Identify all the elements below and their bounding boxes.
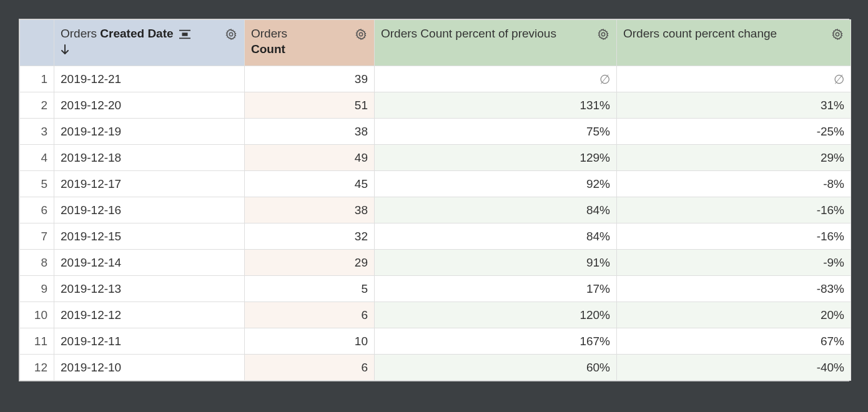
column-header-percent-change[interactable]: Orders count percent change	[617, 20, 851, 66]
gear-icon[interactable]	[224, 27, 238, 41]
header-count-bold: Count	[251, 42, 285, 56]
null-icon: ∅	[599, 72, 610, 86]
cell-percent-of-previous[interactable]: 17%	[375, 276, 617, 302]
table-row: 92019-12-13517%-83%	[20, 276, 851, 302]
gear-icon[interactable]	[596, 27, 610, 41]
row-index: 2	[20, 92, 54, 119]
table-row: 82019-12-142991%-9%	[20, 250, 851, 276]
column-header-created-date[interactable]: Orders Created Date	[54, 20, 245, 66]
column-header-percent-of-previous[interactable]: Orders Count percent of previous	[375, 20, 617, 66]
row-index: 8	[20, 250, 54, 276]
cell-percent-of-previous[interactable]: 131%	[375, 92, 617, 119]
table-row: 72019-12-153284%-16%	[20, 223, 851, 250]
cell-percent-change[interactable]: -16%	[617, 197, 851, 223]
cell-percent-change[interactable]: -83%	[617, 276, 851, 302]
cell-percent-change[interactable]: 20%	[617, 302, 851, 328]
row-index: 11	[20, 328, 54, 355]
data-table: Orders Created Date	[19, 19, 851, 381]
table-row: 42019-12-1849129%29%	[20, 145, 851, 171]
header-date-prefix: Orders	[61, 27, 100, 40]
cell-orders-count[interactable]: 38	[245, 119, 375, 145]
cell-created-date[interactable]: 2019-12-11	[54, 328, 245, 355]
cell-created-date[interactable]: 2019-12-15	[54, 223, 245, 250]
row-index: 7	[20, 223, 54, 250]
cell-percent-of-previous[interactable]: 60%	[375, 355, 617, 381]
cell-created-date[interactable]: 2019-12-10	[54, 355, 245, 381]
cell-created-date[interactable]: 2019-12-12	[54, 302, 245, 328]
cell-orders-count[interactable]: 45	[245, 171, 375, 197]
cell-percent-of-previous[interactable]: 91%	[375, 250, 617, 276]
cell-percent-change[interactable]: ∅	[617, 66, 851, 92]
table-row: 62019-12-163884%-16%	[20, 197, 851, 223]
svg-point-5	[359, 32, 362, 36]
cell-created-date[interactable]: 2019-12-19	[54, 119, 245, 145]
row-index: 12	[20, 355, 54, 381]
table-row: 32019-12-193875%-25%	[20, 119, 851, 145]
null-icon: ∅	[834, 72, 844, 86]
gear-icon[interactable]	[831, 27, 844, 41]
cell-percent-of-previous[interactable]: 84%	[375, 197, 617, 223]
cell-created-date[interactable]: 2019-12-18	[54, 145, 245, 171]
cell-percent-of-previous[interactable]: 75%	[375, 119, 617, 145]
column-header-index[interactable]	[20, 20, 54, 66]
cell-percent-change[interactable]: -25%	[617, 119, 851, 145]
row-index: 3	[20, 119, 54, 145]
row-index: 5	[20, 171, 54, 197]
cell-orders-count[interactable]: 6	[245, 355, 375, 381]
cell-created-date[interactable]: 2019-12-20	[54, 92, 245, 119]
cell-orders-count[interactable]: 49	[245, 145, 375, 171]
table-row: 12019-12-2139∅∅	[20, 66, 851, 92]
cell-percent-of-previous[interactable]: ∅	[375, 66, 617, 92]
table-row: 52019-12-174592%-8%	[20, 171, 851, 197]
pivot-icon	[178, 29, 192, 40]
cell-orders-count[interactable]: 10	[245, 328, 375, 355]
data-table-panel: Orders Created Date	[19, 19, 849, 381]
cell-percent-of-previous[interactable]: 167%	[375, 328, 617, 355]
svg-rect-1	[182, 32, 187, 36]
header-pct-change: Orders count percent change	[623, 27, 777, 40]
row-index: 9	[20, 276, 54, 302]
gear-icon[interactable]	[354, 27, 368, 41]
table-header-row: Orders Created Date	[20, 20, 851, 66]
svg-point-4	[229, 32, 232, 36]
cell-orders-count[interactable]: 32	[245, 223, 375, 250]
cell-percent-change[interactable]: 31%	[617, 92, 851, 119]
table-row: 122019-12-10660%-40%	[20, 355, 851, 381]
cell-created-date[interactable]: 2019-12-14	[54, 250, 245, 276]
cell-orders-count[interactable]: 5	[245, 276, 375, 302]
cell-created-date[interactable]: 2019-12-16	[54, 197, 245, 223]
column-header-orders-count[interactable]: Orders Count	[245, 20, 375, 66]
row-index: 10	[20, 302, 54, 328]
cell-percent-change[interactable]: 67%	[617, 328, 851, 355]
cell-percent-of-previous[interactable]: 120%	[375, 302, 617, 328]
header-date-bold: Created Date	[100, 27, 173, 40]
cell-percent-of-previous[interactable]: 84%	[375, 223, 617, 250]
table-row: 22019-12-2051131%31%	[20, 92, 851, 119]
cell-created-date[interactable]: 2019-12-21	[54, 66, 245, 92]
cell-percent-change[interactable]: 29%	[617, 145, 851, 171]
row-index: 1	[20, 66, 54, 92]
header-pct-prev: Orders Count percent of previous	[381, 27, 556, 40]
header-count-prefix: Orders	[251, 27, 287, 40]
cell-orders-count[interactable]: 38	[245, 197, 375, 223]
cell-percent-change[interactable]: -9%	[617, 250, 851, 276]
cell-percent-change[interactable]: -8%	[617, 171, 851, 197]
svg-point-7	[836, 32, 839, 36]
cell-created-date[interactable]: 2019-12-13	[54, 276, 245, 302]
cell-percent-of-previous[interactable]: 129%	[375, 145, 617, 171]
sort-descending-icon	[61, 44, 220, 60]
cell-percent-change[interactable]: -40%	[617, 355, 851, 381]
svg-point-6	[601, 32, 604, 36]
table-row: 112019-12-1110167%67%	[20, 328, 851, 355]
cell-orders-count[interactable]: 6	[245, 302, 375, 328]
cell-percent-change[interactable]: -16%	[617, 223, 851, 250]
cell-orders-count[interactable]: 51	[245, 92, 375, 119]
cell-orders-count[interactable]: 29	[245, 250, 375, 276]
row-index: 4	[20, 145, 54, 171]
cell-created-date[interactable]: 2019-12-17	[54, 171, 245, 197]
cell-percent-of-previous[interactable]: 92%	[375, 171, 617, 197]
row-index: 6	[20, 197, 54, 223]
table-row: 102019-12-126120%20%	[20, 302, 851, 328]
cell-orders-count[interactable]: 39	[245, 66, 375, 92]
